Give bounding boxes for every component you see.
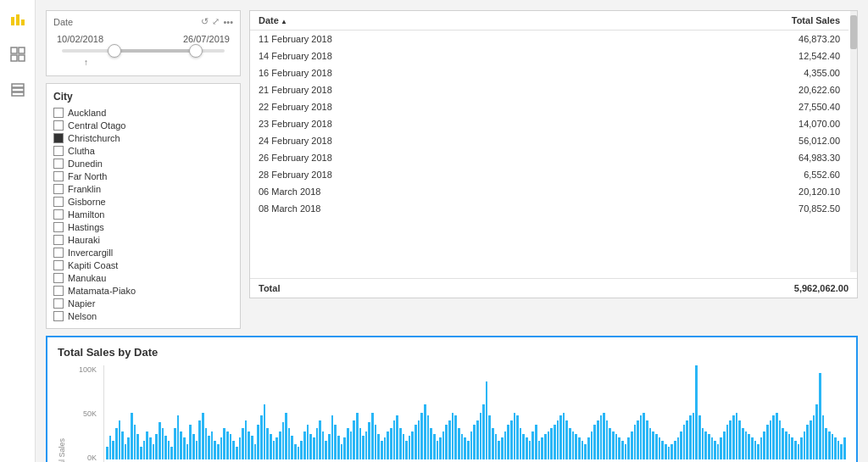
chart-bar <box>689 415 692 459</box>
grid-icon[interactable] <box>8 44 28 64</box>
chart-bar <box>390 428 392 459</box>
table-scrollbar-thumb[interactable] <box>850 15 857 49</box>
table-row[interactable]: 06 March 201820,120.10 <box>250 183 849 200</box>
table-row[interactable]: 24 February 201856,012.00 <box>250 132 849 149</box>
city-checkbox[interactable] <box>53 171 64 181</box>
chart-bar <box>285 413 287 460</box>
main-content: Date ↺ ⤢ ••• 10/02/2018 26/07/2019 <box>36 0 868 462</box>
chart-bar <box>661 441 664 459</box>
city-item[interactable]: Clutha <box>53 146 233 156</box>
city-item[interactable]: Hastings <box>53 222 233 232</box>
chart-bar <box>507 425 509 459</box>
city-checkbox[interactable] <box>53 108 64 118</box>
city-checkbox[interactable] <box>53 235 64 245</box>
city-label: Hamilton <box>68 209 104 220</box>
city-checkbox[interactable] <box>53 146 64 156</box>
city-item[interactable]: Matamata-Piako <box>53 286 233 296</box>
col-sales-header[interactable]: Total Sales <box>598 11 849 31</box>
chart-bar <box>198 420 201 459</box>
city-checkbox[interactable] <box>53 298 64 309</box>
table-row[interactable]: 23 February 201814,070.00 <box>250 115 849 132</box>
chart-bar <box>655 434 658 459</box>
chart-bar <box>714 441 716 459</box>
city-item[interactable]: Gisborne <box>53 197 233 207</box>
city-label: Napier <box>68 298 95 309</box>
chart-bar <box>430 428 432 459</box>
more-icon[interactable]: ••• <box>223 17 233 27</box>
chart-bar <box>720 437 722 459</box>
city-checkbox[interactable] <box>53 273 64 283</box>
city-checkbox[interactable] <box>53 197 64 207</box>
city-item[interactable]: Hauraki <box>53 235 233 245</box>
city-item[interactable]: Invercargill <box>53 248 233 258</box>
chart-bar <box>275 437 278 459</box>
layers-icon[interactable] <box>8 80 28 100</box>
chart-bar <box>186 444 189 459</box>
city-label: Dunedin <box>68 159 103 169</box>
chart-bar <box>704 431 707 459</box>
city-checkbox[interactable] <box>53 184 64 194</box>
chart-bar <box>245 420 248 459</box>
city-item[interactable]: Manukau <box>53 273 233 283</box>
chart-bar <box>559 415 562 459</box>
chart-bar <box>273 441 275 459</box>
city-checkbox[interactable] <box>53 222 64 232</box>
chart-bar <box>375 425 377 459</box>
chart-bar <box>409 436 411 459</box>
chart-bar <box>387 431 389 459</box>
city-item[interactable]: Nelson <box>53 311 233 321</box>
chart-bar <box>646 420 648 459</box>
table-row[interactable]: 28 February 20186,552.60 <box>250 166 849 183</box>
table-row[interactable]: 26 February 201864,983.30 <box>250 149 849 166</box>
table-row[interactable]: 16 February 20184,355.00 <box>250 64 849 81</box>
city-checkbox[interactable] <box>53 120 64 131</box>
chart-bar <box>563 413 565 460</box>
city-checkbox[interactable] <box>53 209 64 220</box>
city-checkbox[interactable] <box>53 133 64 143</box>
city-item[interactable]: Kapiti Coast <box>53 260 233 270</box>
city-checkbox[interactable] <box>53 260 64 270</box>
city-item[interactable]: Far North <box>53 171 233 181</box>
chart-bar <box>427 415 430 459</box>
city-checkbox[interactable] <box>53 248 64 258</box>
chart-bar <box>680 431 682 459</box>
chart-bar <box>418 420 420 459</box>
city-item[interactable]: Hamilton <box>53 209 233 220</box>
expand-icon[interactable]: ⤢ <box>212 16 220 27</box>
chart-bar <box>445 425 448 459</box>
city-item[interactable]: Central Otago <box>53 120 233 131</box>
chart-bar <box>316 428 319 459</box>
date-slider-track[interactable] <box>62 49 225 53</box>
bar-chart-icon[interactable] <box>8 8 28 29</box>
slider-thumb-right[interactable] <box>189 44 203 58</box>
chart-bar <box>665 444 667 459</box>
svg-rect-7 <box>12 84 24 87</box>
city-item[interactable]: Dunedin <box>53 159 233 169</box>
cell-date: 14 February 2018 <box>250 47 598 64</box>
city-item[interactable]: Franklin <box>53 184 233 194</box>
chart-bar <box>362 436 364 459</box>
chart-bar <box>136 434 139 459</box>
city-checkbox[interactable] <box>53 286 64 296</box>
chart-bar <box>377 434 380 459</box>
city-checkbox[interactable] <box>53 159 64 169</box>
city-item[interactable]: Napier <box>53 298 233 309</box>
city-item[interactable]: Christchurch <box>53 133 233 143</box>
city-label: Central Otago <box>68 120 125 131</box>
slider-thumb-left[interactable] <box>108 44 121 58</box>
table-row[interactable]: 11 February 201846,873.20 <box>250 31 849 48</box>
chart-bar <box>260 415 263 459</box>
table-row[interactable]: 21 February 201820,622.60 <box>250 81 849 98</box>
table-row[interactable]: 22 February 201827,550.40 <box>250 98 849 115</box>
col-date-header[interactable]: Date <box>250 11 598 31</box>
chart-bar <box>334 425 337 459</box>
city-label: Far North <box>68 171 107 181</box>
table-scrollbar[interactable] <box>850 11 857 272</box>
city-checkbox[interactable] <box>53 311 64 321</box>
city-item[interactable]: Auckland <box>53 108 233 118</box>
city-widget-title: City <box>53 91 233 103</box>
table-row[interactable]: 08 March 201870,852.50 <box>250 200 849 217</box>
eraser-icon[interactable]: ↺ <box>201 16 209 27</box>
table-row[interactable]: 14 February 201812,542.40 <box>250 47 849 64</box>
chart-bar <box>149 437 152 459</box>
